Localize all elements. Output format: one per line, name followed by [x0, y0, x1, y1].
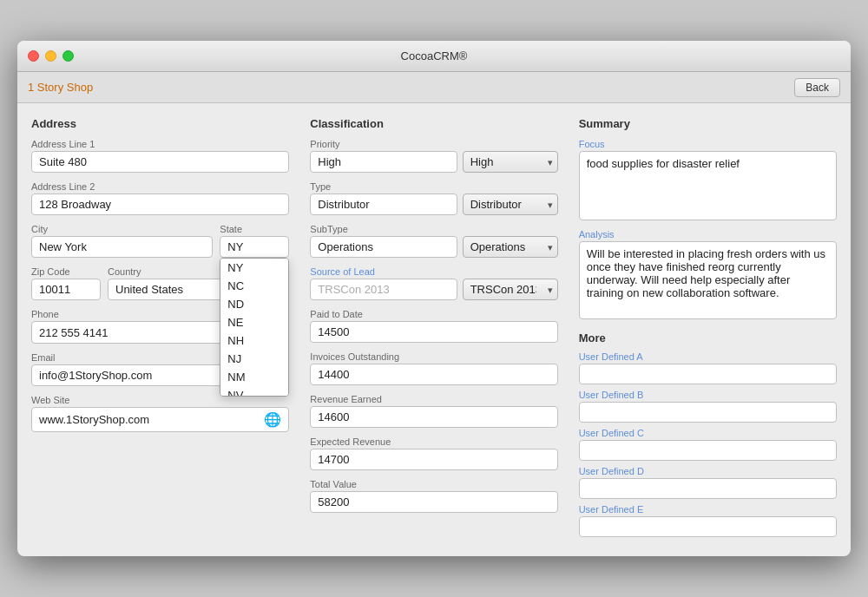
- invoices-outstanding-value[interactable]: 14400: [310, 364, 557, 385]
- paid-to-date-group: Paid to Date 14500: [310, 309, 557, 343]
- priority-value[interactable]: High: [310, 151, 457, 173]
- source-of-lead-label: Source of Lead: [310, 266, 557, 277]
- state-option-ne[interactable]: NE: [220, 313, 288, 331]
- priority-select-wrapper: High Medium Low: [463, 151, 558, 173]
- user-defined-c-label: User Defined C: [579, 428, 837, 438]
- revenue-earned-label: Revenue Earned: [310, 394, 557, 404]
- main-window: CocoaCRM® 1 Story Shop Back Address Addr…: [17, 41, 851, 556]
- summary-section-title: Summary: [579, 117, 837, 130]
- zip-label: Zip Code: [31, 266, 101, 277]
- state-value[interactable]: NY: [220, 236, 289, 258]
- source-of-lead-value[interactable]: TRSCon 2013: [310, 279, 457, 300]
- priority-select[interactable]: High Medium Low: [463, 151, 558, 173]
- city-group: City New York: [31, 224, 213, 258]
- nav-bar: 1 Story Shop Back: [17, 72, 851, 103]
- user-defined-e-value[interactable]: [579, 516, 837, 537]
- expected-revenue-label: Expected Revenue: [310, 436, 557, 447]
- user-defined-a-group: User Defined A: [579, 351, 837, 384]
- total-value-value[interactable]: 58200: [310, 491, 557, 513]
- expected-revenue-value[interactable]: 14700: [310, 449, 557, 470]
- title-bar: CocoaCRM®: [17, 41, 851, 72]
- focus-value[interactable]: food supplies for disaster relief: [579, 151, 837, 220]
- subtype-select-wrapper: Operations Sales Support: [463, 236, 558, 258]
- source-select[interactable]: TRSCon 2013: [463, 279, 558, 300]
- nav-title: 1 Story Shop: [28, 81, 93, 94]
- type-row: Distributor Distributor Retailer Wholesa…: [310, 194, 557, 215]
- state-option-nm[interactable]: NM: [220, 368, 288, 386]
- revenue-earned-value[interactable]: 14600: [310, 406, 557, 428]
- state-option-nc[interactable]: NC: [220, 277, 288, 295]
- main-content: Address Address Line 1 Suite 480 Address…: [17, 103, 851, 556]
- state-option-nj[interactable]: NJ: [220, 350, 288, 368]
- classification-section-title: Classification: [310, 117, 557, 130]
- address-section: Address Address Line 1 Suite 480 Address…: [31, 117, 299, 542]
- address-line2-group: Address Line 2 128 Broadway: [31, 181, 289, 215]
- address-line2-value[interactable]: 128 Broadway: [31, 194, 289, 215]
- address-section-title: Address: [31, 117, 289, 130]
- zip-group: Zip Code 10011: [31, 266, 101, 300]
- more-title: More: [579, 331, 837, 344]
- paid-to-date-value[interactable]: 14500: [310, 321, 557, 343]
- state-option-nv[interactable]: NV: [220, 386, 288, 397]
- type-select-wrapper: Distributor Retailer Wholesaler: [463, 194, 558, 215]
- source-of-lead-row: TRSCon 2013 TRSCon 2013: [310, 279, 557, 300]
- invoices-outstanding-label: Invoices Outstanding: [310, 351, 557, 362]
- summary-section: Summary Focus food supplies for disaster…: [569, 117, 837, 542]
- zip-value[interactable]: 10011: [31, 279, 101, 300]
- total-value-label: Total Value: [310, 479, 557, 489]
- priority-group: Priority High High Medium Low: [310, 139, 557, 173]
- subtype-row: Operations Operations Sales Support: [310, 236, 557, 258]
- type-label: Type: [310, 181, 557, 192]
- subtype-label: SubType: [310, 224, 557, 234]
- invoices-outstanding-group: Invoices Outstanding 14400: [310, 351, 557, 385]
- website-group: Web Site www.1StoryShop.com 🌐: [31, 395, 289, 432]
- subtype-value[interactable]: Operations: [310, 236, 457, 258]
- address-line1-value[interactable]: Suite 480: [31, 151, 289, 173]
- address-line1-group: Address Line 1 Suite 480: [31, 139, 289, 173]
- type-group: Type Distributor Distributor Retailer Wh…: [310, 181, 557, 215]
- state-option-nd[interactable]: ND: [220, 295, 288, 313]
- address-line1-label: Address Line 1: [31, 139, 289, 149]
- priority-row: High High Medium Low: [310, 151, 557, 173]
- state-dropdown[interactable]: NY NC ND NE NH NJ NM NV NY: [220, 258, 289, 397]
- state-group: State NY NY NC ND NE NH NJ NM NV NY: [220, 224, 289, 258]
- user-defined-e-group: User Defined E: [579, 504, 837, 537]
- user-defined-d-value[interactable]: [579, 478, 837, 499]
- globe-icon: 🌐: [264, 411, 281, 428]
- focus-label: Focus: [579, 139, 837, 149]
- paid-to-date-label: Paid to Date: [310, 309, 557, 319]
- website-value[interactable]: www.1StoryShop.com 🌐: [31, 407, 289, 432]
- back-button[interactable]: Back: [794, 78, 840, 97]
- minimize-button[interactable]: [45, 50, 56, 62]
- analysis-value[interactable]: Will be interested in placing fresh orde…: [579, 241, 837, 319]
- window-title: CocoaCRM®: [401, 49, 468, 62]
- analysis-group: Analysis Will be interested in placing f…: [579, 229, 837, 319]
- user-defined-d-label: User Defined D: [579, 466, 837, 476]
- user-defined-a-label: User Defined A: [579, 351, 837, 362]
- user-defined-b-value[interactable]: [579, 402, 837, 423]
- priority-label: Priority: [310, 139, 557, 149]
- classification-section: Classification Priority High High Medium…: [299, 117, 568, 542]
- user-defined-c-group: User Defined C: [579, 428, 837, 461]
- close-button[interactable]: [28, 50, 39, 62]
- city-value[interactable]: New York: [31, 236, 213, 258]
- user-defined-e-label: User Defined E: [579, 504, 837, 515]
- window-controls: [28, 50, 74, 62]
- subtype-select[interactable]: Operations Sales Support: [463, 236, 558, 258]
- expected-revenue-group: Expected Revenue 14700: [310, 436, 557, 470]
- user-defined-b-group: User Defined B: [579, 390, 837, 423]
- state-label: State: [220, 224, 289, 234]
- focus-group: Focus food supplies for disaster relief: [579, 139, 837, 220]
- user-defined-b-label: User Defined B: [579, 390, 837, 400]
- total-value-group: Total Value 58200: [310, 479, 557, 513]
- user-defined-d-group: User Defined D: [579, 466, 837, 499]
- more-section: More User Defined A User Defined B User …: [579, 331, 837, 537]
- city-label: City: [31, 224, 213, 234]
- type-select[interactable]: Distributor Retailer Wholesaler: [463, 194, 558, 215]
- maximize-button[interactable]: [62, 50, 74, 62]
- state-option-nh[interactable]: NH: [220, 331, 288, 350]
- user-defined-c-value[interactable]: [579, 440, 837, 461]
- state-option-ny-top[interactable]: NY: [220, 259, 288, 277]
- user-defined-a-value[interactable]: [579, 364, 837, 384]
- type-value[interactable]: Distributor: [310, 194, 457, 215]
